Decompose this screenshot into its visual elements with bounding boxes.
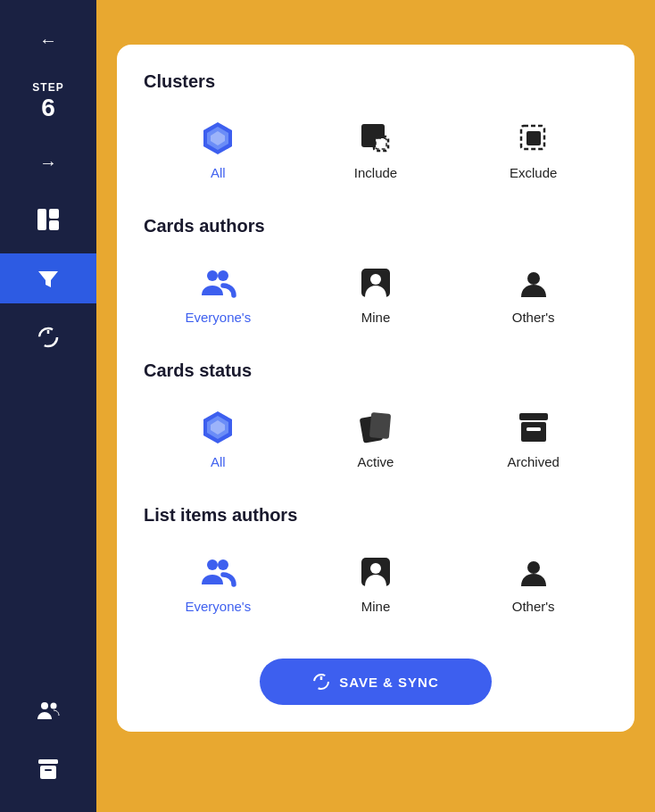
save-btn-container: SAVE & SYNC	[144, 650, 608, 705]
cards-authors-title: Cards authors	[144, 216, 608, 236]
filter-icon	[36, 266, 61, 291]
svg-rect-6	[38, 759, 58, 764]
svg-rect-27	[519, 413, 548, 420]
archive-button[interactable]	[0, 744, 96, 794]
cluster-exclude-icon	[514, 119, 553, 158]
status-active-icon	[356, 408, 395, 447]
cluster-exclude-option[interactable]: Exclude	[459, 110, 608, 189]
svg-point-5	[51, 703, 57, 709]
step-label: STEP	[32, 81, 63, 94]
svg-rect-0	[37, 209, 46, 230]
authors-everyone-icon	[198, 263, 237, 302]
svg-point-4	[41, 702, 48, 709]
authors-mine-icon	[356, 263, 395, 302]
svg-rect-7	[40, 766, 56, 779]
back-button[interactable]: ←	[0, 18, 96, 63]
svg-rect-14	[376, 138, 386, 149]
svg-rect-26	[369, 412, 391, 439]
status-active-option[interactable]: Active	[302, 399, 451, 478]
clusters-title: Clusters	[144, 71, 608, 92]
layout-button[interactable]	[0, 195, 96, 244]
clusters-options: All Include Exclude	[144, 110, 608, 189]
cluster-all-option[interactable]: All	[144, 110, 293, 189]
svg-point-34	[527, 561, 540, 574]
status-active-label: Active	[358, 454, 394, 469]
status-all-icon	[198, 408, 237, 447]
list-other-option[interactable]: Other's	[459, 543, 608, 623]
back-arrow-icon: ←	[39, 30, 57, 51]
step-number: 6	[41, 94, 55, 122]
cluster-all-icon	[198, 119, 237, 158]
svg-point-18	[218, 270, 228, 281]
svg-point-17	[207, 270, 218, 281]
authors-other-label: Other's	[512, 310, 555, 325]
authors-everyone-option[interactable]: Everyone's	[144, 254, 293, 334]
sync-button[interactable]	[0, 312, 96, 362]
sidebar: ← STEP 6 →	[0, 0, 96, 812]
svg-rect-2	[49, 220, 59, 230]
list-everyone-option[interactable]: Everyone's	[144, 543, 293, 623]
status-all-label: All	[211, 454, 226, 469]
svg-rect-8	[45, 769, 52, 771]
save-sync-label: SAVE & SYNC	[339, 675, 439, 690]
list-mine-option[interactable]: Mine	[302, 543, 451, 623]
list-everyone-icon	[198, 552, 237, 592]
forward-arrow-icon: →	[39, 153, 57, 173]
list-items-title: List items authors	[144, 505, 608, 526]
authors-other-option[interactable]: Other's	[459, 254, 608, 334]
svg-point-30	[207, 559, 218, 570]
save-sync-icon	[312, 673, 330, 691]
main-panel: Clusters All Include	[96, 0, 655, 812]
svg-rect-16	[526, 131, 541, 145]
filter-button[interactable]	[0, 253, 96, 303]
authors-other-icon	[514, 263, 553, 302]
users-icon	[36, 698, 61, 723]
cards-status-title: Cards status	[144, 360, 608, 381]
sync-icon	[36, 325, 61, 350]
svg-rect-1	[49, 209, 59, 219]
svg-rect-28	[521, 422, 546, 442]
list-mine-icon	[356, 552, 395, 592]
cluster-include-label: Include	[354, 165, 397, 180]
archive-icon	[36, 757, 61, 782]
authors-mine-option[interactable]: Mine	[302, 254, 451, 334]
authors-everyone-label: Everyone's	[185, 310, 251, 325]
authors-mine-label: Mine	[361, 310, 391, 325]
list-other-label: Other's	[512, 599, 555, 614]
save-sync-button[interactable]: SAVE & SYNC	[260, 659, 492, 705]
svg-rect-29	[526, 427, 541, 431]
cluster-include-option[interactable]: Include	[302, 110, 451, 189]
svg-point-20	[370, 274, 381, 285]
step-indicator: STEP 6	[32, 72, 63, 131]
forward-button[interactable]: →	[0, 140, 96, 186]
cluster-include-icon	[356, 119, 395, 158]
layout-icon	[36, 207, 61, 232]
status-archived-icon	[514, 408, 553, 447]
users-button[interactable]	[0, 685, 96, 735]
list-items-options: Everyone's Mine Other's	[144, 543, 608, 623]
svg-point-31	[218, 559, 228, 570]
cards-authors-options: Everyone's Mine Other's	[144, 254, 608, 334]
list-other-icon	[514, 552, 553, 592]
status-archived-option[interactable]: Archived	[459, 399, 608, 478]
cluster-exclude-label: Exclude	[510, 165, 557, 180]
filter-card: Clusters All Include	[117, 45, 634, 732]
status-archived-label: Archived	[507, 454, 559, 469]
list-everyone-label: Everyone's	[185, 599, 251, 614]
status-all-option[interactable]: All	[144, 399, 293, 478]
cards-status-options: All Active Archived	[144, 399, 608, 478]
cluster-all-label: All	[211, 165, 226, 180]
list-mine-label: Mine	[361, 599, 391, 614]
svg-point-21	[527, 272, 540, 285]
svg-point-33	[370, 563, 381, 574]
